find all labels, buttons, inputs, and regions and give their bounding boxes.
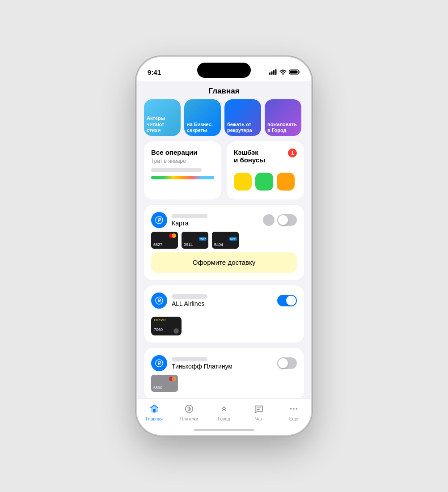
airlines-cards-row: TINKOFF 7060 bbox=[151, 312, 297, 335]
tab-city[interactable]: Город bbox=[207, 403, 241, 421]
mir-badge-5404: МИР bbox=[229, 233, 237, 242]
toggle-thumb bbox=[278, 215, 288, 225]
phone-screen: Главная Актеры читают стихи на Бизнес-се… bbox=[137, 81, 311, 435]
airlines-account-card[interactable]: ₽ ALL Airlines bbox=[144, 285, 304, 343]
airlines-account-right bbox=[277, 295, 297, 306]
stories-row: Актеры читают стихи на Бизнес-секреты бе… bbox=[137, 99, 311, 141]
main-account-toggle[interactable] bbox=[277, 214, 297, 226]
platinum-mastercard-logo bbox=[169, 377, 176, 382]
cashback-dots bbox=[234, 173, 297, 191]
svg-point-16 bbox=[290, 408, 292, 410]
airlines-account-toggle[interactable] bbox=[277, 295, 297, 306]
svg-rect-0 bbox=[269, 72, 270, 75]
card-6827[interactable]: 6827 bbox=[151, 232, 178, 249]
tab-home-label: Главная bbox=[146, 416, 163, 421]
platinum-account-header: ₽ Тинькофф Платинум bbox=[151, 355, 297, 371]
tinkoff-label: TINKOFF bbox=[154, 318, 179, 321]
all-operations-title: Все операции bbox=[151, 148, 214, 156]
airlines-account-header: ₽ ALL Airlines bbox=[151, 293, 297, 309]
platinum-account-label: Тинькофф Платинум bbox=[172, 363, 232, 370]
city-tab-icon bbox=[218, 403, 230, 415]
svg-point-4 bbox=[283, 73, 284, 75]
airlines-toggle-thumb bbox=[286, 296, 296, 305]
cashback-widget[interactable]: Кэшбэки бонусы 1 bbox=[227, 141, 304, 199]
platinum-account-card[interactable]: ₽ Тинькофф Платинум bbox=[144, 348, 304, 399]
story-item-3[interactable]: бежать от рекрутера bbox=[224, 99, 261, 136]
cashback-dot-orange bbox=[277, 173, 295, 191]
battery-icon bbox=[289, 69, 300, 75]
tab-payments-label: Платежи bbox=[180, 416, 199, 421]
svg-rect-1 bbox=[271, 72, 273, 75]
all-operations-widget[interactable]: Все операции Трат в январе bbox=[144, 141, 221, 199]
svg-rect-2 bbox=[273, 70, 275, 75]
dynamic-island bbox=[197, 63, 251, 78]
cashback-dot-yellow bbox=[234, 173, 252, 191]
airlines-card-dot bbox=[173, 328, 179, 334]
card-0914-number: 0914 bbox=[184, 242, 193, 247]
platinum-account-info: Тинькофф Платинум bbox=[172, 357, 232, 370]
platinum-card-number: 6890 bbox=[153, 386, 162, 390]
tab-home[interactable]: Главная bbox=[137, 403, 172, 421]
signal-icon bbox=[269, 69, 277, 75]
main-account-header: ₽ Карта bbox=[151, 212, 297, 228]
story-item-2[interactable]: на Бизнес-секреты bbox=[184, 99, 221, 136]
platinum-account-icon: ₽ bbox=[151, 355, 167, 371]
platinum-toggle-thumb bbox=[278, 358, 288, 368]
airlines-account-left: ₽ ALL Airlines bbox=[151, 293, 207, 309]
wifi-icon bbox=[279, 69, 287, 75]
tab-payments[interactable]: Платежи bbox=[172, 403, 207, 421]
payments-tab-icon bbox=[183, 403, 195, 415]
phone-frame: 9:41 Главная bbox=[137, 57, 311, 435]
operations-amount-blur bbox=[151, 168, 202, 172]
svg-point-18 bbox=[296, 408, 298, 410]
platinum-account-balance-blur bbox=[172, 357, 207, 361]
main-cards-row: 6827 МИР 0914 МИР 5404 bbox=[151, 232, 297, 249]
platinum-account-toggle[interactable] bbox=[277, 357, 297, 369]
main-account-info: Карта bbox=[172, 214, 207, 227]
story-item-4[interactable]: пожаловать в Город bbox=[265, 99, 301, 136]
svg-text:₽: ₽ bbox=[158, 298, 161, 303]
story-item-1[interactable]: Актеры читают стихи bbox=[144, 99, 181, 136]
card-5404[interactable]: МИР 5404 bbox=[212, 232, 239, 249]
cashback-dot-green bbox=[255, 173, 273, 191]
main-account-icon: ₽ bbox=[151, 212, 167, 228]
home-indicator bbox=[194, 429, 254, 431]
airlines-account-icon: ₽ bbox=[151, 293, 167, 309]
cashback-title: Кэшбэки бонусы bbox=[234, 148, 265, 164]
airlines-account-balance-blur bbox=[172, 294, 207, 299]
tab-city-label: Город bbox=[218, 416, 230, 421]
platinum-card-6890[interactable]: 6890 bbox=[151, 375, 178, 392]
airlines-card-7060[interactable]: TINKOFF 7060 bbox=[151, 317, 182, 335]
delivery-text: Оформите доставку bbox=[193, 259, 255, 266]
tab-more-label: Еще bbox=[289, 416, 298, 421]
more-tab-icon bbox=[288, 403, 300, 415]
main-account-balance-blur bbox=[172, 214, 207, 218]
home-tab-icon bbox=[148, 403, 160, 415]
svg-point-17 bbox=[293, 408, 295, 410]
tab-chat[interactable]: Чат bbox=[241, 403, 276, 421]
mastercard-logo bbox=[169, 233, 176, 239]
status-icons bbox=[269, 69, 300, 75]
delivery-banner[interactable]: Оформите доставку bbox=[151, 252, 297, 273]
spending-progress-bar bbox=[151, 176, 214, 179]
mir-badge-0914: МИР bbox=[199, 233, 207, 242]
tab-bar: Главная Платежи bbox=[137, 398, 311, 435]
avatar-icon bbox=[263, 214, 275, 226]
chat-tab-icon bbox=[253, 403, 265, 415]
card-0914[interactable]: МИР 0914 bbox=[182, 232, 208, 249]
platinum-account-left: ₽ Тинькофф Платинум bbox=[151, 355, 232, 371]
card-6827-number: 6827 bbox=[153, 242, 162, 247]
airlines-account-label: ALL Airlines bbox=[172, 300, 207, 307]
airlines-account-info: ALL Airlines bbox=[172, 294, 207, 307]
status-bar: 9:41 bbox=[137, 57, 311, 81]
status-time: 9:41 bbox=[148, 68, 161, 76]
svg-rect-6 bbox=[290, 71, 298, 74]
content-area: Все операции Трат в январе Кэшбэки бонус… bbox=[137, 141, 311, 435]
page-title: Главная bbox=[208, 87, 239, 95]
platinum-account-right bbox=[277, 357, 297, 369]
svg-text:₽: ₽ bbox=[158, 217, 161, 223]
main-account-card[interactable]: ₽ Карта bbox=[144, 205, 304, 280]
tab-more[interactable]: Еще bbox=[276, 403, 311, 421]
main-account-left: ₽ Карта bbox=[151, 212, 207, 228]
svg-rect-3 bbox=[275, 69, 277, 75]
